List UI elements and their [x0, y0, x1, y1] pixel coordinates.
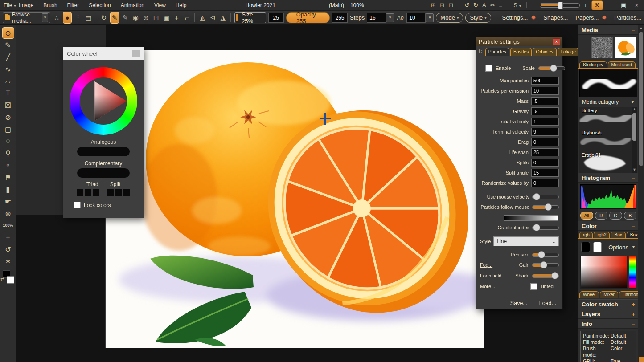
mass-input[interactable] — [531, 97, 559, 105]
particles-per-emission-input[interactable] — [531, 87, 559, 95]
split-swatches[interactable] — [107, 189, 130, 196]
tab-orbioles[interactable]: Orbioles — [533, 48, 556, 56]
flip-vertical-icon[interactable]: ⊴ — [209, 12, 217, 23]
picker-tool[interactable]: ⌖ — [2, 159, 14, 171]
opacity-value-box[interactable]: 255 — [332, 13, 348, 23]
scissors-icon[interactable]: ✂ — [490, 2, 495, 8]
load-button[interactable]: Load... — [539, 300, 556, 306]
hue-ring[interactable] — [70, 67, 137, 135]
brush-item[interactable]: Buttery — [579, 107, 637, 129]
zoom-100-tool[interactable]: 100% — [2, 220, 14, 231]
randomize-values-input[interactable] — [531, 179, 559, 187]
rotate-canvas-icon[interactable]: ◮ — [219, 12, 227, 23]
tab-stroke-preview[interactable]: Stroke prv — [579, 61, 607, 68]
scrollbar-thumb[interactable] — [639, 32, 643, 166]
target-icon[interactable]: ⊕ — [142, 12, 150, 23]
smoothing-icon[interactable]: S — [513, 2, 521, 8]
tab-bristles[interactable]: Bristles — [510, 48, 532, 56]
screen-layout-icon-2[interactable]: ⊟ — [439, 2, 444, 8]
pen-mode-icon[interactable]: ✎ — [110, 12, 119, 24]
image-thumbnail[interactable] — [615, 37, 636, 58]
particle-settings-close-button[interactable]: x — [553, 38, 560, 45]
pen-icon[interactable]: ✎ — [121, 12, 129, 23]
papers-link[interactable]: Papers... — [575, 14, 599, 21]
menu-file[interactable]: File — [4, 2, 16, 8]
close-button[interactable]: × — [632, 2, 640, 8]
tab-rgb2[interactable]: rgb2 — [594, 232, 610, 238]
spacing-combo[interactable]: 10 ▼ — [406, 13, 434, 23]
histogram-collapse-button[interactable]: − — [632, 175, 635, 181]
rect-select-tool[interactable]: ▢ — [2, 123, 14, 135]
gravity-input[interactable] — [531, 107, 559, 115]
scroll-up-icon[interactable]: ▲ — [632, 107, 636, 112]
panel-scrollbar[interactable]: ▲ — [638, 25, 644, 362]
scatter-icon[interactable]: ∴ — [53, 12, 61, 23]
splits-input[interactable] — [531, 159, 559, 167]
media-category-select[interactable]: Media catagory ▼ — [578, 97, 638, 107]
pen-box-icon[interactable]: ⊡ — [152, 12, 160, 23]
particle-settings-titlebar[interactable]: Particle settings x — [476, 37, 562, 46]
browse-media-dropdown[interactable]: ▼ — [42, 13, 48, 22]
restore-button[interactable]: ▣ — [619, 2, 628, 8]
fog-link[interactable]: Fog... — [480, 262, 492, 268]
undo-tool[interactable]: ↺ — [2, 244, 14, 255]
text-tool[interactable]: T — [2, 87, 14, 99]
histogram-section-header[interactable]: Histogram − — [578, 173, 638, 183]
compass-icon[interactable]: ◉ — [131, 12, 139, 23]
fg-bg-swatches[interactable]: ⇄ — [1, 270, 15, 286]
tab-most-used[interactable]: Most used — [608, 61, 636, 68]
swap-colors-icon[interactable]: ⇄ — [0, 277, 4, 281]
canvas[interactable] — [106, 50, 484, 348]
color-wheel-close-button[interactable] — [132, 50, 140, 57]
gradient-preview[interactable] — [504, 215, 558, 221]
rotate-brush-icon[interactable]: ↻ — [100, 12, 108, 23]
gradient-index-slider[interactable] — [532, 226, 559, 230]
gain-slider[interactable] — [532, 263, 559, 267]
layers-expand-button[interactable]: + — [632, 311, 635, 317]
menu-help[interactable]: Help — [176, 2, 187, 8]
background-color-swatch[interactable] — [7, 276, 14, 284]
brush-item[interactable]: Eratic 01 — [579, 151, 637, 173]
color-collapse-button[interactable]: − — [632, 223, 635, 229]
color-swatch-expand-button[interactable]: + — [632, 301, 635, 308]
tab-particles[interactable]: Particles — [485, 48, 509, 56]
polyline-tool[interactable]: ╱ — [2, 51, 14, 63]
menu-brush[interactable]: Brush — [43, 2, 57, 8]
style-button[interactable]: Style — [465, 13, 491, 23]
style-select[interactable]: Line ⌄ — [493, 236, 559, 246]
more-link[interactable]: More... — [480, 284, 495, 289]
enable-checkbox[interactable] — [485, 65, 492, 72]
list-icon[interactable]: ≡ — [499, 2, 503, 8]
star-tool[interactable]: ✶ — [2, 256, 14, 267]
scale-slider[interactable] — [538, 66, 565, 70]
slider-minus-icon[interactable]: − — [532, 2, 536, 8]
menu-selection[interactable]: Selection — [89, 2, 111, 8]
color-swatch-section-header[interactable]: Color swatch + — [578, 299, 638, 309]
pin-icon[interactable]: ⚐ — [478, 49, 483, 55]
brush-size-slider[interactable] — [540, 3, 580, 8]
saturation-value-box[interactable] — [580, 256, 628, 289]
hook-icon[interactable]: ⌐ — [183, 12, 191, 23]
slider-plus-icon[interactable]: + — [584, 2, 587, 8]
settings-link[interactable]: Settings... — [502, 14, 528, 21]
use-mouse-velocity-slider[interactable] — [532, 195, 559, 199]
color-section-header[interactable]: Color − — [578, 221, 638, 231]
triad-swatches[interactable] — [77, 189, 99, 196]
hue-strip[interactable] — [629, 256, 636, 289]
menu-filter[interactable]: Filter — [67, 2, 79, 8]
save-button[interactable]: Save... — [510, 300, 528, 306]
brush-item[interactable]: Drybrush — [579, 129, 637, 151]
layers-section-header[interactable]: Layers + — [578, 309, 638, 319]
smear-tool[interactable]: ✎ — [2, 39, 14, 51]
scroll-down-icon[interactable]: ▼ — [632, 167, 636, 173]
roller-tool[interactable]: ▮ — [2, 183, 14, 195]
brush-tool[interactable]: ⊙ — [2, 27, 14, 39]
steps-combo[interactable]: 16 ▼ — [367, 13, 394, 23]
tab-mixer[interactable]: Mixer — [600, 291, 618, 298]
menu-view[interactable]: View — [154, 2, 166, 8]
browse-media-combo[interactable]: Browse media... ▼ — [3, 12, 50, 23]
life-span-input[interactable] — [531, 148, 559, 156]
info-section-header[interactable]: Info − — [578, 319, 638, 329]
crosshair-icon[interactable]: + — [172, 12, 180, 23]
tab-foliage[interactable]: Foliage — [558, 48, 579, 56]
